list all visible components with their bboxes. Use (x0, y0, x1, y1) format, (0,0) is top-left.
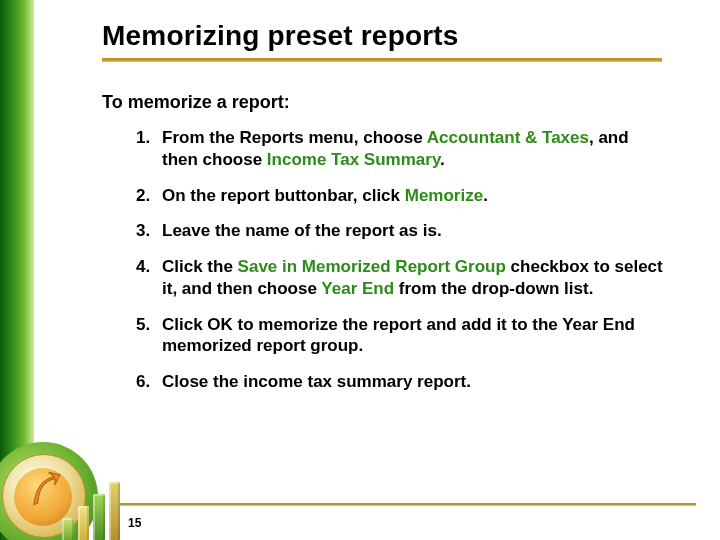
step-text: Close the income tax summary report. (162, 372, 471, 391)
list-item: From the Reports menu, choose Accountant… (136, 127, 668, 171)
list-item: Click OK to memorize the report and add … (136, 314, 668, 358)
lead-text: To memorize a report: (102, 92, 696, 113)
keyword: Year End (321, 279, 394, 298)
step-text: . (483, 186, 488, 205)
keyword: Income Tax Summary (267, 150, 440, 169)
decorative-bar (78, 506, 90, 540)
keyword: Accountant & Taxes (427, 128, 589, 147)
step-text: Click the (162, 257, 238, 276)
step-text: On the report buttonbar, click (162, 186, 405, 205)
step-text: Click OK to memorize the report and add … (162, 315, 635, 356)
decorative-bar (62, 518, 74, 540)
page-number: 15 (128, 516, 141, 530)
list-item: Close the income tax summary report. (136, 371, 668, 393)
list-item: Click the Save in Memorized Report Group… (136, 256, 668, 300)
keyword: Save in Memorized Report Group (238, 257, 506, 276)
decorative-bar (93, 494, 105, 540)
bar-chart-icon (62, 480, 120, 540)
footer-divider (120, 503, 696, 506)
keyword: Memorize (405, 186, 483, 205)
list-item: Leave the name of the report as is. (136, 220, 668, 242)
list-item: On the report buttonbar, click Memorize. (136, 185, 668, 207)
step-text: . (440, 150, 445, 169)
title-divider (102, 58, 662, 62)
slide-title: Memorizing preset reports (102, 20, 696, 52)
step-text: From the Reports menu, choose (162, 128, 427, 147)
step-text: from the drop-down list. (394, 279, 593, 298)
corner-art (0, 422, 118, 540)
step-text: Leave the name of the report as is. (162, 221, 442, 240)
decorative-bar (109, 482, 121, 540)
slide-body: Memorizing preset reports To memorize a … (34, 0, 720, 540)
steps-list: From the Reports menu, choose Accountant… (116, 127, 696, 393)
